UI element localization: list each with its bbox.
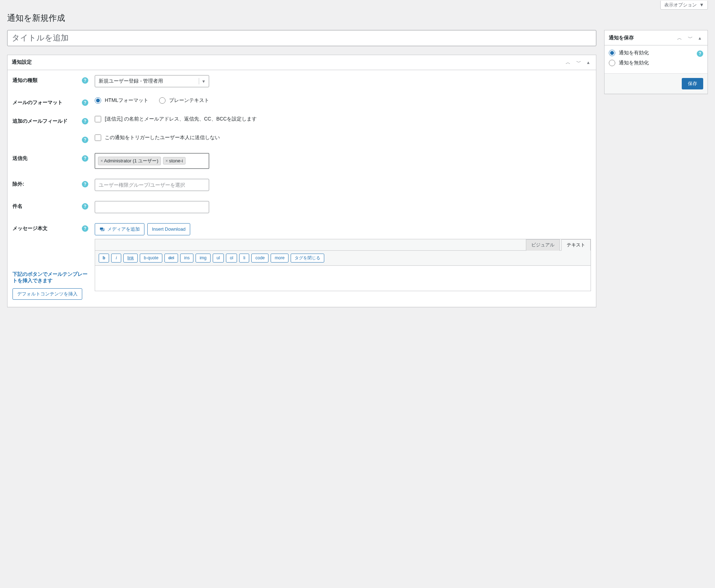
qt-i[interactable]: i (111, 254, 121, 263)
qt-close-tags[interactable]: タグを閉じる (291, 254, 324, 263)
recipients-input[interactable]: × Administrator (1 ユーザー) × stone-i (95, 153, 209, 169)
message-label: メッセージ本文 (13, 225, 82, 232)
title-input[interactable] (7, 30, 596, 46)
subject-input[interactable] (95, 201, 209, 213)
qt-more[interactable]: more (271, 254, 288, 263)
toggle-panel-button[interactable]: ▴ (696, 34, 703, 42)
tag-text: Administrator (1 ユーザー) (104, 158, 158, 164)
move-up-button[interactable]: ︿ (563, 58, 573, 66)
select-value: 新規ユーザー登録 - 管理者用 (99, 78, 163, 84)
add-media-label: メディアを追加 (107, 226, 140, 232)
exclude-self-checkbox[interactable] (95, 134, 101, 141)
format-plain-option[interactable]: プレーンテキスト (159, 97, 209, 104)
qt-link[interactable]: link (123, 254, 138, 263)
editor-textarea[interactable] (95, 266, 591, 291)
help-icon[interactable]: ? (697, 50, 703, 57)
help-icon[interactable]: ? (82, 118, 88, 124)
format-label: メールのフォーマット (13, 99, 82, 106)
recipient-tag: × stone-i (163, 157, 186, 165)
help-icon[interactable]: ? (82, 77, 88, 84)
insert-default-content-button[interactable]: デフォルトコンテンツを挿入 (13, 288, 82, 300)
qt-code[interactable]: code (251, 254, 268, 263)
insert-download-button[interactable]: Insert Download (147, 223, 190, 235)
format-plain-label: プレーンテキスト (169, 97, 209, 104)
save-notification-box: 通知を保存 ︿ ﹀ ▴ ? 通知を有効化 通知を無効化 (604, 30, 708, 94)
enable-radio[interactable] (609, 50, 615, 56)
recipients-label: 送信先 (13, 155, 82, 162)
qt-img[interactable]: img (196, 254, 210, 263)
qt-li[interactable]: li (239, 254, 249, 263)
help-icon[interactable]: ? (82, 203, 88, 210)
help-icon[interactable]: ? (82, 181, 88, 187)
enable-notification-option[interactable]: 通知を有効化 (609, 50, 703, 56)
postbox-title: 通知設定 (12, 59, 32, 65)
exclude-self-option[interactable]: この通知をトリガーしたユーザー本人に送信しない (95, 134, 591, 141)
format-plain-radio[interactable] (159, 97, 166, 104)
postbox-header: 通知を保存 ︿ ﹀ ▴ (605, 30, 707, 45)
remove-tag-icon[interactable]: × (166, 158, 168, 163)
qt-ol[interactable]: ol (226, 254, 237, 263)
qt-bquote[interactable]: b-quote (140, 254, 162, 263)
caret-down-icon: ▼ (699, 2, 704, 8)
move-down-button[interactable]: ﹀ (574, 58, 583, 66)
message-editor: ビジュアル テキスト b i link b-quote del ins img (95, 239, 591, 291)
extra-fields-label: 追加のメールフィールド (13, 118, 82, 124)
recipient-tag: × Administrator (1 ユーザー) (98, 157, 161, 165)
remove-tag-icon[interactable]: × (100, 158, 103, 163)
editor-tab-visual[interactable]: ビジュアル (526, 239, 560, 251)
exclude-input[interactable] (95, 179, 209, 191)
from-fields-text: [送信元] の名前とメールアドレス、返信先、CC、BCCを設定します (105, 116, 591, 122)
template-hint: 下記のボタンでメールテンプレートを挿入できます (13, 271, 88, 284)
disable-radio[interactable] (609, 60, 615, 66)
notification-type-select[interactable]: 新規ユーザー登録 - 管理者用 ▾ (95, 75, 209, 87)
help-icon[interactable]: ? (82, 225, 88, 232)
tag-text: stone-i (169, 158, 183, 163)
toggle-panel-button[interactable]: ▴ (585, 58, 592, 66)
save-button[interactable]: 保存 (682, 78, 703, 89)
format-html-option[interactable]: HTMLフォーマット (95, 97, 148, 104)
qt-del[interactable]: del (164, 254, 178, 263)
from-fields-option[interactable]: [送信元] の名前とメールアドレス、返信先、CC、BCCを設定します (95, 116, 591, 122)
media-icon (99, 226, 105, 232)
subject-label: 件名 (13, 203, 82, 210)
help-icon[interactable]: ? (82, 155, 88, 162)
quicktags-toolbar: b i link b-quote del ins img ul ol li co (95, 251, 591, 266)
page-title: 通知を新規作成 (7, 13, 708, 24)
exclude-self-text: この通知をトリガーしたユーザー本人に送信しない (105, 134, 220, 141)
screen-options-toggle[interactable]: 表示オプション ▼ (660, 1, 708, 10)
help-icon[interactable]: ? (82, 137, 88, 143)
qt-ins[interactable]: ins (180, 254, 193, 263)
enable-label: 通知を有効化 (619, 50, 649, 56)
qt-ul[interactable]: ul (213, 254, 224, 263)
move-up-button[interactable]: ︿ (675, 34, 684, 42)
exclude-label: 除外: (13, 181, 82, 187)
disable-notification-option[interactable]: 通知を無効化 (609, 60, 703, 66)
notification-settings-box: 通知設定 ︿ ﹀ ▴ 通知の種類 ? 新規ユーザー登録 - 管理者用 (7, 55, 596, 307)
add-media-button[interactable]: メディアを追加 (95, 223, 144, 235)
format-html-radio[interactable] (95, 97, 101, 104)
postbox-header: 通知設定 ︿ ﹀ ▴ (8, 55, 596, 70)
screen-options-label: 表示オプション (664, 2, 697, 8)
help-icon[interactable]: ? (82, 99, 88, 106)
format-html-label: HTMLフォーマット (105, 97, 148, 104)
qt-b[interactable]: b (99, 254, 109, 263)
disable-label: 通知を無効化 (619, 60, 649, 66)
postbox-title: 通知を保存 (609, 35, 634, 41)
type-label: 通知の種類 (13, 77, 82, 84)
from-fields-checkbox[interactable] (95, 116, 101, 122)
editor-tab-text[interactable]: テキスト (561, 239, 591, 251)
move-down-button[interactable]: ﹀ (686, 34, 695, 42)
chevron-down-icon: ▾ (199, 78, 205, 84)
